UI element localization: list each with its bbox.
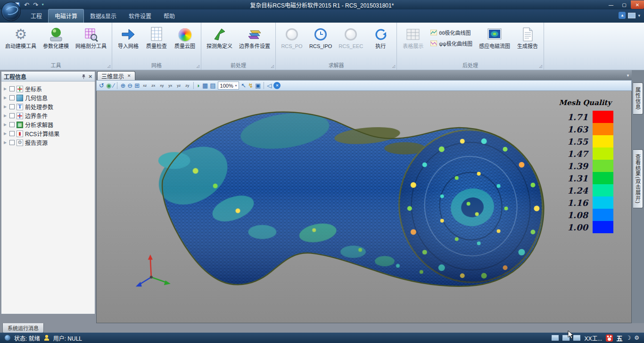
panel-close-icon[interactable]: ✕ [89,74,92,79]
tab-list-caret-icon[interactable]: ▼ [626,74,630,80]
lightning-icon[interactable]: ↯ [248,82,253,89]
layers-icon[interactable]: ▣ [255,82,261,89]
quality-check-button[interactable]: 质量检查 [143,24,170,50]
minimize-button[interactable]: — [604,0,618,9]
select-cursor-icon[interactable]: ↖ [241,82,246,89]
collapse-ribbon-icon[interactable]: ▲ [619,12,626,19]
grid-sheet-icon [149,25,164,43]
grid-view-icon[interactable]: ▤ [210,82,215,89]
checkbox[interactable] [9,140,15,145]
zoom-level-select[interactable]: 100%▾ [218,82,239,90]
checkbox[interactable] [9,86,15,91]
measure-icon[interactable]: ∕ [113,82,114,89]
tree-item-geometry-info[interactable]: ▶几何信息 [3,93,93,102]
window-layout-icon[interactable] [573,335,580,341]
checkbox[interactable] [9,95,15,100]
flow-vector-icon[interactable]: ◁ [267,82,272,89]
view-axis-button[interactable]: xz [141,82,148,89]
view-axis-button[interactable]: zy [184,82,190,89]
solver-rcs-po-button[interactable]: RCS_PO [278,24,305,50]
view-axis-button[interactable]: zx [150,82,157,89]
table-display-button[interactable]: 表格展示 [399,24,427,50]
dialog-launcher-icon[interactable]: ◿ [107,65,110,68]
boundary-condition-button[interactable]: 边界条件设置 [236,24,273,50]
theta-polarization-curve-button[interactable]: θθ极化曲线图 [428,28,475,37]
tree-item-boundary-conditions[interactable]: ▶边界条件 [3,111,93,120]
expander-icon[interactable]: ▶ [3,114,8,118]
tab-em-computation[interactable]: 电磁计算 [48,9,84,23]
launch-modeling-tool-button[interactable]: ⚙ 启动建模工具 [2,24,39,50]
tab-3d-display[interactable]: 三维显示 ✕ [97,71,135,80]
tree-item-coordinate-system[interactable]: ▶坐标系 [3,84,93,93]
quality-cloud-map-button[interactable]: 质量云图 [171,24,198,50]
solver-rcs-ipo-button[interactable]: RCS_IPO [306,24,335,50]
tree-item-report-resources[interactable]: ▶报告资源 [3,138,93,147]
tab-software-settings[interactable]: 软件设置 [123,9,157,23]
mesh-partition-tool-button[interactable]: 网格剖分工具 [73,24,109,50]
3d-viewport[interactable]: Mesh Quality 1.71 1.63 1.55 1.47 1.39 1.… [96,91,632,323]
system-messages-tab[interactable]: 系统运行消息 [2,323,44,333]
properties-panel-tab[interactable]: 属性信息 [633,82,643,114]
probe-angle-button[interactable]: 探测角定义 [204,24,235,50]
maximize-button[interactable]: ▢ [618,0,631,9]
induced-em-current-map-button[interactable]: 感应电磁流图 [476,24,513,50]
parametric-modeling-button[interactable]: 参数化建模 [40,24,72,50]
tab-project[interactable]: 工程 [25,9,48,23]
pin-icon[interactable] [82,74,86,79]
moon-icon[interactable]: ☽ [626,335,631,341]
tree-item-analysis-solver[interactable]: ▶分析求解器 [3,120,93,129]
view-axis-button[interactable]: yz [175,82,182,89]
tree-item-rcs-results[interactable]: ▶RCS计算结果 [3,129,93,138]
expander-icon[interactable]: ▶ [3,105,8,109]
orbit-icon[interactable]: ↺ [99,82,104,89]
window-layout-icon[interactable] [552,335,559,341]
psi-polarization-curve-button[interactable]: ψψ极化曲线图 [428,39,475,48]
redo-icon[interactable]: ↷ [33,2,38,8]
display-icon[interactable] [628,13,636,18]
dialog-launcher-icon[interactable]: ◿ [197,65,199,68]
tab-close-icon[interactable]: ✕ [127,74,131,78]
baidu-ime-icon[interactable] [606,335,613,342]
expander-icon[interactable]: ▶ [3,140,8,145]
view-axis-button[interactable]: yx [167,82,173,89]
execute-button[interactable]: 执行 [367,24,394,50]
tree-item-preprocess-params[interactable]: ▶前处理参数 [3,102,93,111]
generate-report-button[interactable]: 生成报告 [514,24,541,50]
undo-icon[interactable]: ↶ [24,2,29,8]
zoom-out-icon[interactable]: ⊖ [127,82,132,89]
qat-menu-caret-icon[interactable]: ▾ [42,3,44,7]
ime-settings-gear-icon[interactable]: ⚙ [634,335,639,341]
model-3d-view[interactable] [97,91,631,323]
expander-icon[interactable]: ▶ [3,96,8,100]
legend-row: 1.47 [559,147,613,160]
shaded-view-icon[interactable]: ◗ [197,82,200,89]
wireframe-view-icon[interactable]: ▦ [202,82,208,89]
zoom-window-icon[interactable]: ⊞ [134,82,140,89]
expander-icon[interactable]: ▶ [3,122,8,127]
expander-icon[interactable]: ▶ [3,87,8,91]
titlebar: ↶ ↷ ▾ 复杂目标RCS电磁分析软件2015 R1 - RCS_2015031… [0,0,644,9]
ime-wubi-mode[interactable]: 五 [616,334,622,343]
checkbox[interactable] [9,131,15,136]
zoom-in-icon[interactable]: ⊕ [120,82,125,89]
app-logo[interactable] [1,2,21,21]
solver-rcs-eec-button[interactable]: RCS_EEC [336,24,366,50]
import-mesh-button[interactable]: 导入网格 [115,24,142,50]
user-text: 用户: NULL [53,334,82,342]
checkbox[interactable] [9,122,15,127]
tab-help[interactable]: 帮助 [157,9,181,23]
solver-disabled-icon [345,28,357,41]
menu-caret-icon[interactable]: ▾ [638,13,640,18]
pan-icon[interactable]: ◉ [106,82,111,89]
tab-data-display[interactable]: 数据&显示 [84,9,123,23]
close-button[interactable]: ✕ [631,0,644,9]
view-axis-button[interactable]: xy [158,82,165,89]
view-results-tab[interactable]: 查看结果(双击展开) [633,149,643,208]
expander-icon[interactable]: ▶ [3,131,8,136]
dialog-launcher-icon[interactable]: ◿ [271,65,274,68]
dialog-launcher-icon[interactable]: ◿ [392,65,395,68]
viewport-close-icon[interactable]: ✕ [273,82,281,89]
checkbox[interactable] [9,113,15,118]
dialog-launcher-icon[interactable]: ◿ [539,65,542,68]
checkbox[interactable] [9,104,15,109]
